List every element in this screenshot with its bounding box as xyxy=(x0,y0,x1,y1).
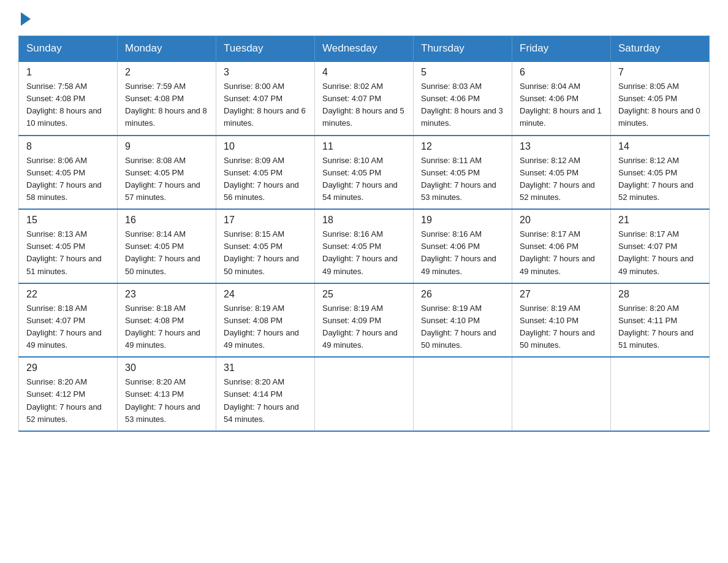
daylight-label: Daylight: 7 hours and 50 minutes. xyxy=(520,328,595,350)
day-number: 18 xyxy=(322,215,406,226)
calendar-cell: 16 Sunrise: 8:14 AM Sunset: 4:05 PM Dayl… xyxy=(118,209,216,283)
sunrise-label: Sunrise: 8:19 AM xyxy=(224,304,284,313)
calendar-cell: 31 Sunrise: 8:20 AM Sunset: 4:14 PM Dayl… xyxy=(216,357,315,431)
day-number: 17 xyxy=(224,215,307,226)
sunrise-label: Sunrise: 7:59 AM xyxy=(125,82,186,91)
daylight-label: Daylight: 8 hours and 5 minutes. xyxy=(322,106,404,128)
day-number: 1 xyxy=(26,67,110,78)
sunset-label: Sunset: 4:05 PM xyxy=(125,168,184,177)
sunset-label: Sunset: 4:12 PM xyxy=(26,389,85,399)
daylight-label: Daylight: 7 hours and 52 minutes. xyxy=(520,180,595,202)
day-number: 29 xyxy=(26,362,110,373)
calendar-header-row: SundayMondayTuesdayWednesdayThursdayFrid… xyxy=(19,36,710,62)
calendar-week-row: 29 Sunrise: 8:20 AM Sunset: 4:12 PM Dayl… xyxy=(19,357,710,431)
day-info: Sunrise: 8:11 AM Sunset: 4:05 PM Dayligh… xyxy=(421,155,504,204)
daylight-label: Daylight: 7 hours and 50 minutes. xyxy=(224,254,299,275)
sunrise-label: Sunrise: 8:14 AM xyxy=(125,229,186,239)
calendar-cell: 6 Sunrise: 8:04 AM Sunset: 4:06 PM Dayli… xyxy=(512,61,611,136)
calendar-cell: 1 Sunrise: 7:58 AM Sunset: 4:08 PM Dayli… xyxy=(19,61,118,136)
daylight-label: Daylight: 8 hours and 3 minutes. xyxy=(421,106,503,128)
sunset-label: Sunset: 4:05 PM xyxy=(421,168,480,177)
daylight-label: Daylight: 7 hours and 53 minutes. xyxy=(421,180,496,202)
sunset-label: Sunset: 4:05 PM xyxy=(224,242,282,251)
daylight-label: Daylight: 7 hours and 51 minutes. xyxy=(26,254,102,275)
calendar-cell xyxy=(414,357,512,431)
sunrise-label: Sunrise: 8:16 AM xyxy=(322,229,383,239)
sunset-label: Sunset: 4:05 PM xyxy=(618,94,677,103)
day-number: 16 xyxy=(125,215,208,226)
day-info: Sunrise: 8:16 AM Sunset: 4:05 PM Dayligh… xyxy=(322,228,406,278)
weekday-header-friday: Friday xyxy=(512,36,611,62)
daylight-label: Daylight: 7 hours and 50 minutes. xyxy=(421,328,496,350)
day-info: Sunrise: 8:20 AM Sunset: 4:12 PM Dayligh… xyxy=(26,376,110,426)
calendar-week-row: 8 Sunrise: 8:06 AM Sunset: 4:05 PM Dayli… xyxy=(19,136,710,210)
calendar-cell: 13 Sunrise: 8:12 AM Sunset: 4:05 PM Dayl… xyxy=(512,136,611,210)
day-number: 22 xyxy=(26,289,110,300)
day-number: 3 xyxy=(224,67,307,78)
sunrise-label: Sunrise: 8:11 AM xyxy=(421,156,482,165)
sunset-label: Sunset: 4:06 PM xyxy=(421,242,480,251)
day-number: 9 xyxy=(125,141,208,152)
sunset-label: Sunset: 4:07 PM xyxy=(618,242,677,251)
calendar-cell: 30 Sunrise: 8:20 AM Sunset: 4:13 PM Dayl… xyxy=(118,357,216,431)
weekday-header-sunday: Sunday xyxy=(19,36,118,62)
daylight-label: Daylight: 8 hours and 6 minutes. xyxy=(224,106,306,128)
daylight-label: Daylight: 7 hours and 56 minutes. xyxy=(224,180,299,202)
daylight-label: Daylight: 8 hours and 1 minute. xyxy=(520,106,602,128)
sunrise-label: Sunrise: 8:20 AM xyxy=(26,377,87,386)
logo xyxy=(18,12,31,23)
sunset-label: Sunset: 4:05 PM xyxy=(618,168,677,177)
sunset-label: Sunset: 4:06 PM xyxy=(421,94,480,103)
day-info: Sunrise: 8:19 AM Sunset: 4:09 PM Dayligh… xyxy=(322,302,406,352)
day-info: Sunrise: 8:05 AM Sunset: 4:05 PM Dayligh… xyxy=(618,80,702,130)
daylight-label: Daylight: 7 hours and 49 minutes. xyxy=(421,254,496,275)
daylight-label: Daylight: 7 hours and 54 minutes. xyxy=(322,180,398,202)
day-info: Sunrise: 8:13 AM Sunset: 4:05 PM Dayligh… xyxy=(26,228,110,278)
sunrise-label: Sunrise: 8:20 AM xyxy=(224,377,284,386)
weekday-header-monday: Monday xyxy=(118,36,216,62)
day-info: Sunrise: 8:19 AM Sunset: 4:08 PM Dayligh… xyxy=(224,302,307,352)
sunrise-label: Sunrise: 8:04 AM xyxy=(520,82,580,91)
calendar-cell: 20 Sunrise: 8:17 AM Sunset: 4:06 PM Dayl… xyxy=(512,209,611,283)
day-info: Sunrise: 8:17 AM Sunset: 4:06 PM Dayligh… xyxy=(520,228,603,278)
calendar-cell: 12 Sunrise: 8:11 AM Sunset: 4:05 PM Dayl… xyxy=(414,136,512,210)
day-info: Sunrise: 7:59 AM Sunset: 4:08 PM Dayligh… xyxy=(125,80,208,130)
sunset-label: Sunset: 4:07 PM xyxy=(224,94,282,103)
sunrise-label: Sunrise: 8:05 AM xyxy=(618,82,679,91)
day-number: 7 xyxy=(618,67,702,78)
sunset-label: Sunset: 4:10 PM xyxy=(421,316,480,325)
day-number: 31 xyxy=(224,362,307,373)
calendar-cell: 27 Sunrise: 8:19 AM Sunset: 4:10 PM Dayl… xyxy=(512,283,611,358)
sunset-label: Sunset: 4:13 PM xyxy=(125,389,184,399)
sunset-label: Sunset: 4:10 PM xyxy=(520,316,578,325)
sunset-label: Sunset: 4:05 PM xyxy=(26,168,85,177)
daylight-label: Daylight: 7 hours and 49 minutes. xyxy=(125,328,200,350)
daylight-label: Daylight: 8 hours and 8 minutes. xyxy=(125,106,207,128)
sunset-label: Sunset: 4:07 PM xyxy=(322,94,381,103)
sunset-label: Sunset: 4:06 PM xyxy=(520,94,578,103)
daylight-label: Daylight: 7 hours and 57 minutes. xyxy=(125,180,200,202)
daylight-label: Daylight: 7 hours and 49 minutes. xyxy=(26,328,102,350)
day-info: Sunrise: 8:04 AM Sunset: 4:06 PM Dayligh… xyxy=(520,80,603,130)
sunrise-label: Sunrise: 8:15 AM xyxy=(224,229,284,239)
sunset-label: Sunset: 4:05 PM xyxy=(322,168,381,177)
daylight-label: Daylight: 7 hours and 49 minutes. xyxy=(224,328,299,350)
day-info: Sunrise: 8:12 AM Sunset: 4:05 PM Dayligh… xyxy=(520,155,603,204)
day-info: Sunrise: 8:10 AM Sunset: 4:05 PM Dayligh… xyxy=(322,155,406,204)
sunset-label: Sunset: 4:07 PM xyxy=(26,316,85,325)
sunrise-label: Sunrise: 8:10 AM xyxy=(322,156,383,165)
daylight-label: Daylight: 7 hours and 49 minutes. xyxy=(520,254,595,275)
day-info: Sunrise: 8:16 AM Sunset: 4:06 PM Dayligh… xyxy=(421,228,504,278)
calendar-cell: 11 Sunrise: 8:10 AM Sunset: 4:05 PM Dayl… xyxy=(315,136,414,210)
day-info: Sunrise: 8:19 AM Sunset: 4:10 PM Dayligh… xyxy=(520,302,603,352)
calendar-cell: 26 Sunrise: 8:19 AM Sunset: 4:10 PM Dayl… xyxy=(414,283,512,358)
day-info: Sunrise: 8:00 AM Sunset: 4:07 PM Dayligh… xyxy=(224,80,307,130)
calendar-cell: 8 Sunrise: 8:06 AM Sunset: 4:05 PM Dayli… xyxy=(19,136,118,210)
calendar-cell: 22 Sunrise: 8:18 AM Sunset: 4:07 PM Dayl… xyxy=(19,283,118,358)
sunrise-label: Sunrise: 8:13 AM xyxy=(26,229,87,239)
day-number: 14 xyxy=(618,141,702,152)
day-info: Sunrise: 8:12 AM Sunset: 4:05 PM Dayligh… xyxy=(618,155,702,204)
sunset-label: Sunset: 4:06 PM xyxy=(520,242,578,251)
sunset-label: Sunset: 4:14 PM xyxy=(224,389,282,399)
sunset-label: Sunset: 4:05 PM xyxy=(520,168,578,177)
